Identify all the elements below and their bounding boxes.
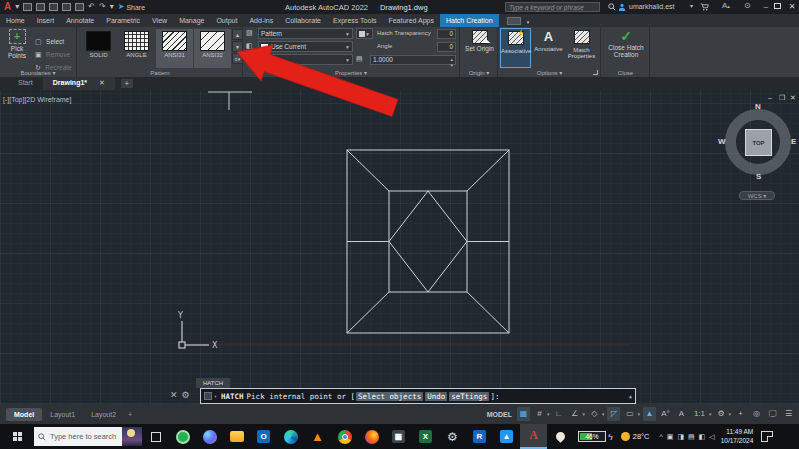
isodraft-caret-icon[interactable]: ▾ [602,411,605,417]
logo-menu-caret-icon[interactable]: ▾ [15,3,19,11]
tab-featured-apps[interactable]: Featured Apps [382,14,440,27]
help-icon[interactable]: ⊙ [744,2,751,10]
action-center-icon[interactable] [761,431,773,442]
search-icon[interactable] [608,3,616,13]
set-origin-button[interactable]: Set Origin [463,28,496,52]
workspace-switching-icon[interactable]: ⚙ [714,407,727,421]
viewcube-south[interactable]: S [756,172,761,181]
open-file-icon[interactable] [36,3,45,11]
autoscale-icon[interactable]: A° [659,407,672,421]
command-caret-icon[interactable]: ▾ [214,393,217,399]
volume-icon[interactable]: ◁ [709,433,714,441]
chrome-icon[interactable] [331,424,358,449]
workspace-caret-icon[interactable]: ▾ [728,411,731,417]
tab-insert[interactable]: Insert [31,14,61,27]
user-avatar-icon[interactable] [618,3,626,11]
object-snap-icon[interactable]: ◸ [607,407,620,421]
ribbon-display-toggle-icon[interactable] [507,17,521,25]
restore-button[interactable] [774,3,781,10]
tray-expand-icon[interactable]: ^ [660,433,663,440]
new-drawing-tab-button[interactable]: + [121,79,133,88]
isodraft-icon[interactable]: ◇ [588,407,601,421]
customize-wrench-icon[interactable]: ⚙ [182,390,190,400]
new-layout-button[interactable]: + [124,408,136,421]
annotative-button[interactable]: A Annotative [533,28,564,68]
tab-home[interactable]: Home [0,14,31,27]
hatch-type-dropdown[interactable]: Pattern▼ [258,28,353,39]
save-icon[interactable] [49,3,58,11]
redo-icon[interactable]: ↷ [99,3,106,11]
search-highlight-art[interactable] [122,427,142,446]
customization-menu-icon[interactable]: ☰ [782,407,795,421]
taskbar-search-input[interactable]: Type here to search [34,427,142,446]
tab-view[interactable]: View [146,14,173,27]
task-view-button[interactable] [142,424,169,449]
share-label[interactable]: Share [126,4,145,11]
share-icon[interactable]: ➤ [118,3,125,11]
command-close-icon[interactable]: ✕ [170,390,178,400]
scale-value[interactable]: 1.0000 ▴▾ [370,55,456,65]
autocad-taskbar-icon[interactable]: A [520,424,547,449]
tray-icon-3[interactable]: ▤ [688,433,695,441]
graphics-performance-icon[interactable]: 🖵 [766,407,779,421]
drop-app-icon[interactable] [547,424,574,449]
vlc-icon[interactable]: ▲ [304,424,331,449]
pattern-solid[interactable]: SOLID [80,29,117,68]
annotation-scale-icon[interactable]: A [675,407,688,421]
origin-panel-label[interactable]: Origin ▾ [461,69,497,76]
new-file-icon[interactable] [23,3,32,11]
drawing1-close-icon[interactable]: ✕ [97,77,115,90]
option-select-objects[interactable]: Select objects [356,392,423,401]
wcs-dropdown[interactable]: WCS ▾ [739,191,775,200]
pattern-ansi31[interactable]: ANSI31 [156,29,193,68]
layout1-tab[interactable]: Layout1 [42,408,83,421]
polar-tracking-icon[interactable]: ∠ [568,407,581,421]
tab-output[interactable]: Output [210,14,243,27]
excel-icon[interactable]: X [412,424,439,449]
tab-annotate[interactable]: Annotate [60,14,100,27]
snap-mode-icon[interactable]: # [533,407,546,421]
tab-parametric[interactable]: Parametric [100,14,146,27]
scale-list-value[interactable]: 1:1 [691,407,708,421]
ortho-mode-icon[interactable]: ∟ [552,407,565,421]
polar-caret-icon[interactable]: ▾ [582,411,585,417]
viewcube-east[interactable]: E [791,137,796,146]
signed-in-user[interactable]: umarkhalid.est [629,3,675,10]
tray-icon-1[interactable]: ▣ [667,433,674,441]
angle-value[interactable]: 0 [437,42,456,52]
match-properties-button[interactable]: ／ Match Properties [566,28,597,68]
associative-button[interactable]: Associative [500,28,531,68]
tab-add-ins[interactable]: Add-ins [243,14,279,27]
app-store-cart-icon[interactable] [700,3,709,12]
photos-icon[interactable]: ▲ [493,424,520,449]
option-undo[interactable]: Undo [425,392,447,401]
copilot-icon[interactable] [196,424,223,449]
network-icon[interactable]: ◧ [699,433,706,441]
quick-access-caret-icon[interactable]: ▾ [110,3,114,11]
command-line[interactable]: ▾ HATCH Pick internal point or [ Select … [200,388,636,404]
close-button[interactable]: ✕ [786,2,798,11]
plot-icon[interactable] [75,3,84,11]
osnap-caret-icon[interactable]: ▾ [637,411,640,417]
command-scroll-up-icon[interactable]: ▲ [629,393,632,399]
isolate-objects-icon[interactable]: ◎ [750,407,763,421]
drawing-viewport[interactable]: [-][Top][2D Wireframe] – ❐ ✕ [0,90,799,404]
dynamic-input-icon[interactable]: ▭ [623,407,636,421]
boundaries-panel-label[interactable]: Boundaries ▾ [0,69,76,76]
undo-icon[interactable]: ↶ [88,3,95,11]
transparency-value[interactable]: 0 [437,29,456,39]
weather-widget[interactable]: 28°C [621,432,650,441]
hatch-color-mini-dropdown[interactable]: ▼ [356,28,373,39]
viewcube[interactable]: N W E S TOP [719,103,799,183]
pattern-scroll-down-icon[interactable]: ▼ [232,41,243,52]
properties-panel-label[interactable]: Properties ▾ [243,69,459,76]
taskbar-clock[interactable]: 11:49 AM 10/17/2024 [721,428,754,444]
pattern-angle[interactable]: ANGLE [118,29,155,68]
file-explorer-icon[interactable] [223,424,250,449]
scale-spinner[interactable]: ▴▾ [450,56,453,68]
hatch-color-dropdown[interactable]: Use Current▼ [258,41,353,52]
tab-collaborate[interactable]: Collaborate [279,14,327,27]
options-panel-label[interactable]: Options ▾ [499,69,600,76]
calculator-icon[interactable]: ▦ [385,424,412,449]
edge-icon[interactable] [277,424,304,449]
